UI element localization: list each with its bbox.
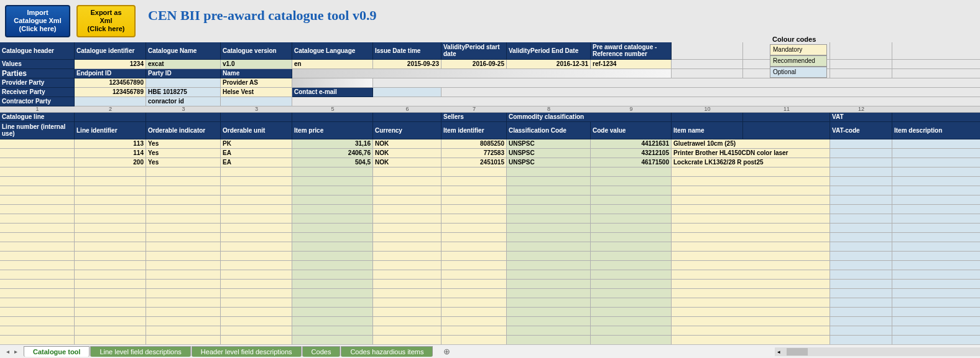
classification-code[interactable] [507, 242, 591, 252]
code-value[interactable] [591, 205, 672, 214]
item-price[interactable] [292, 186, 373, 195]
code-value[interactable] [591, 317, 672, 326]
orderable-indicator[interactable] [146, 270, 221, 280]
item-price[interactable]: 31,16 [292, 139, 373, 149]
currency[interactable] [373, 308, 441, 317]
val-catalogue-language[interactable]: en [292, 60, 373, 69]
item-price[interactable]: 2406,76 [292, 149, 373, 158]
orderable-indicator[interactable] [146, 326, 221, 336]
vat-code[interactable] [830, 336, 892, 345]
line-identifier[interactable] [75, 280, 146, 289]
orderable-indicator[interactable] [146, 186, 221, 195]
orderable-unit[interactable] [221, 214, 292, 224]
sheet-tab[interactable]: Line level field descriptions [90, 346, 190, 357]
item-identifier[interactable]: 772583 [441, 149, 507, 158]
code-value[interactable] [591, 224, 672, 233]
item-description[interactable] [892, 214, 980, 224]
item-price[interactable]: 504,5 [292, 158, 373, 167]
export-button[interactable]: Export as Xml (Click here) [76, 5, 136, 37]
item-identifier[interactable] [441, 326, 507, 336]
line-identifier[interactable] [75, 326, 146, 336]
tab-nav-first-icon[interactable]: ◂ [4, 348, 12, 355]
line-identifier[interactable] [75, 242, 146, 252]
currency[interactable] [373, 167, 441, 177]
currency[interactable] [373, 289, 441, 298]
line-number[interactable] [0, 280, 75, 289]
classification-code[interactable] [507, 224, 591, 233]
item-description[interactable] [892, 326, 980, 336]
vat-code[interactable] [830, 205, 892, 214]
classification-code[interactable]: UNSPSC [507, 149, 591, 158]
item-description[interactable] [892, 308, 980, 317]
line-identifier[interactable] [75, 308, 146, 317]
item-name[interactable] [672, 298, 830, 308]
item-identifier[interactable]: 2451015 [441, 158, 507, 167]
line-identifier[interactable] [75, 317, 146, 326]
code-value[interactable] [591, 186, 672, 195]
line-number[interactable] [0, 186, 75, 195]
item-identifier[interactable] [441, 252, 507, 261]
item-price[interactable] [292, 205, 373, 214]
orderable-indicator[interactable] [146, 195, 221, 205]
classification-code[interactable] [507, 289, 591, 298]
horizontal-scrollbar[interactable]: ◂ [775, 347, 980, 356]
line-number[interactable] [0, 336, 75, 345]
receiver-email[interactable] [373, 88, 441, 97]
classification-code[interactable] [507, 195, 591, 205]
item-name[interactable] [672, 195, 830, 205]
import-button[interactable]: Import Catalogue Xml (Click here) [5, 5, 70, 37]
item-name[interactable] [672, 280, 830, 289]
item-price[interactable] [292, 233, 373, 242]
item-identifier[interactable] [441, 289, 507, 298]
orderable-indicator[interactable] [146, 317, 221, 326]
item-description[interactable] [892, 317, 980, 326]
orderable-unit[interactable] [221, 195, 292, 205]
item-price[interactable] [292, 261, 373, 270]
item-identifier[interactable] [441, 308, 507, 317]
item-price[interactable] [292, 252, 373, 261]
currency[interactable] [373, 326, 441, 336]
currency[interactable] [373, 280, 441, 289]
currency[interactable] [373, 261, 441, 270]
line-number[interactable] [0, 214, 75, 224]
orderable-unit[interactable] [221, 252, 292, 261]
orderable-indicator[interactable]: Yes [146, 158, 221, 167]
orderable-unit[interactable] [221, 298, 292, 308]
tab-nav-last-icon[interactable]: ▸ [12, 348, 20, 355]
vat-code[interactable] [830, 139, 892, 149]
orderable-indicator[interactable] [146, 336, 221, 345]
line-identifier[interactable]: 200 [75, 158, 146, 167]
item-price[interactable] [292, 336, 373, 345]
contractor-name[interactable] [221, 97, 292, 106]
item-identifier[interactable] [441, 233, 507, 242]
item-name[interactable]: Gluetrawel 10cm (25) [672, 139, 830, 149]
item-name[interactable] [672, 205, 830, 214]
item-name[interactable] [672, 177, 830, 186]
classification-code[interactable] [507, 336, 591, 345]
currency[interactable] [373, 336, 441, 345]
vat-code[interactable] [830, 177, 892, 186]
line-identifier[interactable] [75, 252, 146, 261]
val-validity-end[interactable]: 2016-12-31 [507, 60, 591, 69]
item-price[interactable] [292, 167, 373, 177]
classification-code[interactable] [507, 252, 591, 261]
code-value[interactable] [591, 242, 672, 252]
line-number[interactable] [0, 252, 75, 261]
classification-code[interactable] [507, 261, 591, 270]
item-name[interactable] [672, 308, 830, 317]
orderable-unit[interactable] [221, 167, 292, 177]
classification-code[interactable] [507, 326, 591, 336]
vat-code[interactable] [830, 317, 892, 326]
orderable-indicator[interactable] [146, 167, 221, 177]
currency[interactable] [373, 317, 441, 326]
orderable-indicator[interactable] [146, 289, 221, 298]
val-catalogue-name[interactable]: excat [146, 60, 221, 69]
orderable-unit[interactable] [221, 289, 292, 298]
currency[interactable] [373, 214, 441, 224]
orderable-indicator[interactable] [146, 252, 221, 261]
item-name[interactable] [672, 261, 830, 270]
provider-name[interactable]: Provider AS [221, 78, 292, 88]
item-description[interactable] [892, 336, 980, 345]
item-identifier[interactable] [441, 167, 507, 177]
code-value[interactable] [591, 270, 672, 280]
